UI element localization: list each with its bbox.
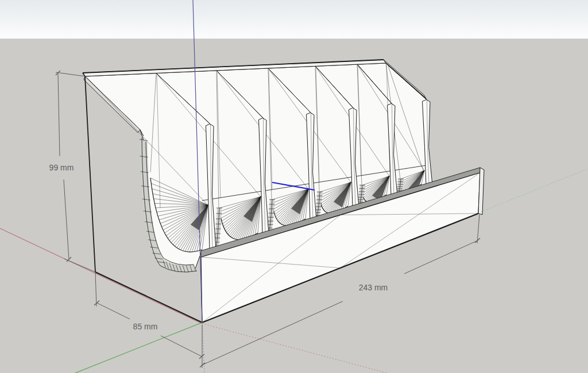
sky-background xyxy=(0,0,588,39)
dimension-length-label: 243 mm xyxy=(359,283,388,292)
dimension-depth-label: 85 mm xyxy=(133,322,158,331)
viewport-canvas[interactable]: 99 mm 85 mm 243 mm xyxy=(0,0,588,373)
viewport[interactable]: 99 mm 85 mm 243 mm xyxy=(0,0,588,373)
dimension-height-label: 99 mm xyxy=(49,163,74,172)
